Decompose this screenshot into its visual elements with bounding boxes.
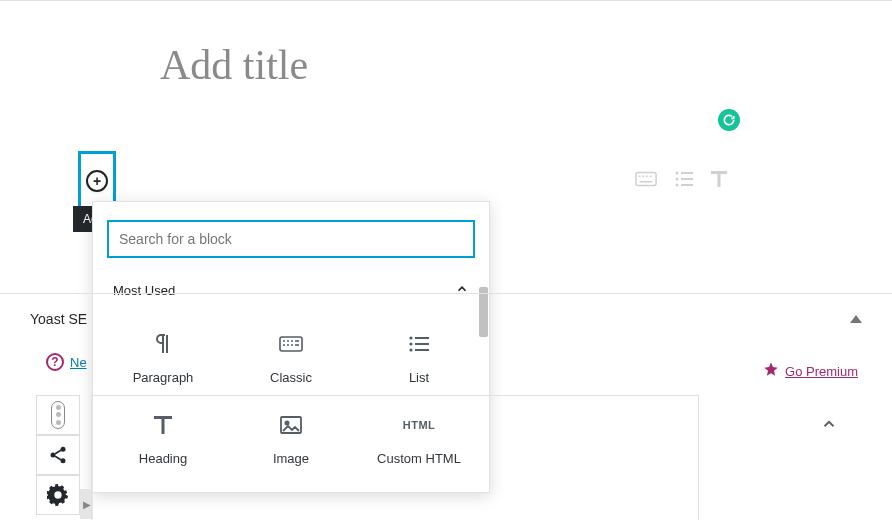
svg-point-35 — [61, 447, 66, 452]
svg-point-6 — [676, 172, 679, 175]
go-premium[interactable]: Go Premium — [763, 361, 858, 381]
yoast-sidebar-tabs — [36, 395, 80, 515]
yoast-help-link[interactable]: Ne — [70, 355, 87, 370]
svg-rect-11 — [681, 184, 693, 186]
share-icon — [48, 445, 68, 465]
svg-rect-7 — [681, 172, 693, 174]
search-input[interactable] — [107, 220, 475, 258]
keyboard-icon[interactable] — [635, 171, 657, 191]
collapse-icon — [850, 315, 862, 323]
premium-link[interactable]: Go Premium — [785, 364, 858, 379]
grammarly-icon[interactable] — [718, 109, 740, 131]
yoast-content-box — [91, 395, 699, 520]
svg-rect-0 — [636, 173, 656, 186]
svg-rect-13 — [718, 171, 721, 187]
star-icon — [763, 361, 779, 381]
yoast-title: Yoast SE — [30, 311, 87, 327]
plus-icon: + — [86, 170, 108, 192]
divider — [0, 293, 892, 294]
block-label: Classic — [270, 370, 312, 385]
tab-social[interactable] — [36, 435, 80, 475]
block-label: List — [409, 370, 429, 385]
block-label: Paragraph — [133, 370, 194, 385]
gear-icon — [47, 484, 69, 506]
block-toolbar — [635, 171, 727, 191]
text-icon[interactable] — [711, 171, 727, 191]
tab-readability[interactable] — [36, 395, 80, 435]
help-icon[interactable]: ? — [46, 353, 64, 371]
svg-rect-9 — [681, 178, 693, 180]
list-icon[interactable] — [675, 171, 693, 191]
chevron-up-icon[interactable] — [820, 415, 838, 437]
svg-point-37 — [61, 458, 66, 463]
svg-point-10 — [676, 184, 679, 187]
tab-advanced[interactable] — [36, 475, 80, 515]
svg-point-36 — [51, 453, 56, 458]
yoast-panel-header[interactable]: Yoast SE — [30, 301, 862, 353]
traffic-light-icon — [51, 401, 65, 429]
section-label: Most Used — [113, 283, 175, 298]
yoast-panel: Yoast SE ? Ne — [30, 301, 862, 371]
svg-point-8 — [676, 178, 679, 181]
post-title-placeholder[interactable]: Add title — [160, 41, 892, 89]
chevron-up-icon — [455, 282, 469, 299]
